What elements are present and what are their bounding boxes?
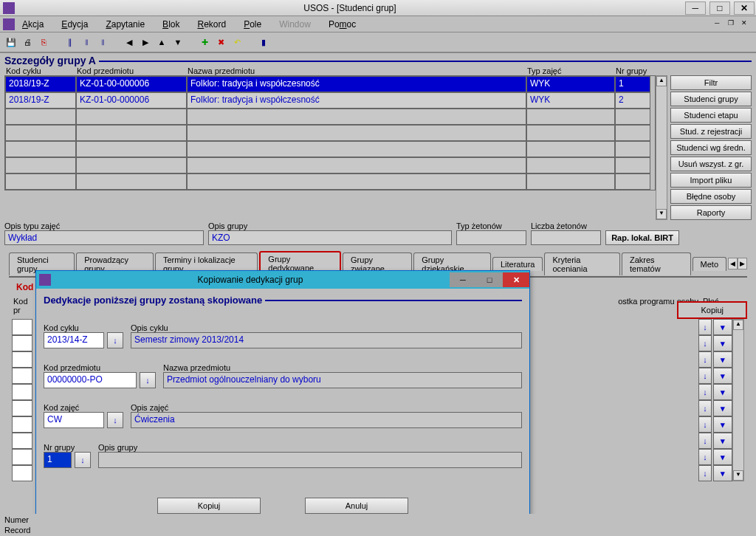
dialog-icon [39,274,51,286]
group-grid[interactable]: 2018/19-Z KZ-01-00-000006 Folklor: trady… [4,75,656,190]
bars2-icon[interactable]: ⫴ [80,35,93,49]
up-icon[interactable]: ▲ [155,35,168,49]
opis-grupy-value: KZO [208,230,452,245]
dialog-anuluj-button[interactable]: Anuluj [305,498,408,514]
bars3-icon[interactable]: ⦀ [96,35,109,49]
kod-zajec-input[interactable]: CW [44,412,104,428]
dedyk-scrollbar[interactable]: ▲▼ [732,319,744,481]
print-icon[interactable]: 🖨 [21,35,34,49]
grid-scrollbar[interactable]: ▲▼ [656,75,667,220]
nr-grupy-lookup[interactable]: ↓ [75,452,91,468]
lookup-button[interactable]: ↓ [698,319,712,335]
window-titlebar: USOS - [Studenci grup] ─ □ ✕ [0,0,756,16]
studenci-etapu-button[interactable]: Studenci etapu [670,108,752,123]
hdr-kod-pr: Kod pr [13,297,34,315]
add-icon[interactable]: ✚ [198,35,211,49]
kod-cyklu-input[interactable]: 2013/14-Z [44,332,104,348]
hdr-nr-grupy: Nr grupy [614,66,650,75]
delete-icon[interactable]: ✖ [214,35,227,49]
typ-zetonow-label: Typ żetonów [456,221,526,230]
kod-przedmiotu-input[interactable]: 00000000-PO [44,372,137,388]
dialog-kopiuj-button[interactable]: Kopiuj [157,498,261,514]
menu-zapytanie[interactable]: Zapytanie [106,19,145,30]
tab-zakres[interactable]: Zakres tematów [622,252,691,275]
menu-rekord[interactable]: Rekord [197,19,226,30]
next-icon[interactable]: ▶ [139,35,152,49]
studenci-wg-sredn-button[interactable]: Studenci wg średn. [670,140,752,155]
menu-pomoc[interactable]: Pomoc [329,19,356,30]
tab-scroll-left[interactable]: ◀ [728,258,738,269]
record-label: Record [4,526,30,535]
kod-cyklu-label: Kod cyklu [44,323,123,332]
filtr-button[interactable]: Filtr [670,75,752,90]
dialog-minimize[interactable]: ─ [450,272,476,287]
dialog-close[interactable]: ✕ [503,272,529,287]
down-icon[interactable]: ▼ [171,35,185,49]
hdr-typ-zajec: Typ zajęć [526,66,614,75]
close-button[interactable]: ✕ [734,1,755,15]
menubar: AAkcjakcja Edycja Zapytanie Blok Rekord … [0,16,756,32]
opis-typu-value: Wykład [4,230,204,245]
app-icon [3,2,15,14]
maximize-button[interactable]: □ [709,1,730,15]
opis-grupy-label: Opis grupy [208,221,452,230]
first-icon[interactable]: ◀ [123,35,136,49]
bledne-osoby-button[interactable]: Błędne osoby [670,189,752,204]
toolbar: 💾 🖨 ⎘ ∥ ⫴ ⦀ ◀ ▶ ▲ ▼ ✚ ✖ ↶ ▮ [0,32,756,53]
usun-wszyst-button[interactable]: Usuń wszyst. z gr. [670,157,752,171]
section-title: Szczegóły grupy A [0,53,756,66]
undo-icon[interactable]: ↶ [230,35,244,49]
nr-grupy-input[interactable]: 1 [44,452,72,468]
import-pliku-button[interactable]: Import pliku [670,173,752,188]
dialog-header: Dedykacje poniższej grupy zostaną skopio… [44,295,262,306]
tab-scroll-right[interactable]: ▶ [738,258,747,269]
mdi-close[interactable]: ✕ [741,19,753,30]
menu-pole[interactable]: Pole [244,19,261,30]
kopiowanie-dialog: Kopiowanie dedykacji grup ─ □ ✕ Dedykacj… [35,270,530,536]
numer-label: Numer [4,515,29,524]
mdi-restore[interactable]: ❐ [728,19,740,30]
opis-zajec-label: Opis zajęć [131,403,522,412]
menu-akcja[interactable]: AAkcjakcja [22,19,44,30]
exit-icon[interactable]: ▮ [257,35,270,49]
bars1-icon[interactable]: ∥ [63,35,77,49]
opis-cyklu-value: Semestr zimowy 2013/2014 [131,332,522,348]
opis-grupy-d-label: Opis grupy [98,443,522,452]
nr-grupy-label: Nr grupy [44,443,91,452]
settings-icon[interactable]: ⎘ [37,35,50,49]
opis-zajec-value: Ćwiczenia [131,412,522,428]
menu-window: Window [279,19,311,30]
tab-kryteria[interactable]: Kryteria oceniania [544,252,620,275]
liczba-zetonow-label: Liczba żetonów [531,221,601,230]
minimize-button[interactable]: ─ [685,1,706,15]
kod-cyklu-lookup[interactable]: ↓ [107,332,123,348]
menu-edycja[interactable]: Edycja [61,19,88,30]
dedyk-cell[interactable] [12,319,32,335]
hdr-kod-przedmiotu: Kod przedmiotu [75,66,186,75]
liczba-zetonow-value [531,230,601,245]
nazwa-przedmiotu-label: Nazwa przedmiotu [163,363,522,372]
studenci-grupy-button[interactable]: Studenci grupy [670,92,752,106]
opis-cyklu-label: Opis cyklu [131,323,522,332]
menu-blok[interactable]: Blok [162,19,179,30]
app-icon-inner [3,18,15,30]
tab-meto[interactable]: Meto [693,257,726,271]
status-bar: Numer Record [0,514,756,536]
rap-lokal-birt-button[interactable]: Rap. lokal. BIRT [605,230,679,245]
table-row: 2018/19-Z KZ-01-00-000006 Folklor: trady… [5,76,655,92]
kod-przedmiotu-lookup[interactable]: ↓ [140,372,156,388]
tab-literatura[interactable]: Literatura [492,257,543,271]
save-icon[interactable]: 💾 [4,35,18,49]
raporty-button[interactable]: Raporty [670,205,752,220]
hdr-kod-cyklu: Kod cyklu [4,66,75,75]
dialog-maximize[interactable]: □ [476,272,503,287]
dropdown-button[interactable]: ▾ [713,319,732,335]
opis-typu-label: Opis typu zajęć [4,221,204,230]
mdi-minimize[interactable]: ─ [715,19,726,30]
typ-zetonow-value [456,230,526,245]
grid-headers: Kod cyklu Kod przedmiotu Nazwa przedmiot… [0,66,756,75]
kopiuj-button-main[interactable]: Kopiuj [677,301,747,319]
kod-zajec-lookup[interactable]: ↓ [107,412,123,428]
stud-z-rejestracji-button[interactable]: Stud. z rejestracji [670,124,752,139]
hdr-nazwa: Nazwa przedmiotu [186,66,526,75]
